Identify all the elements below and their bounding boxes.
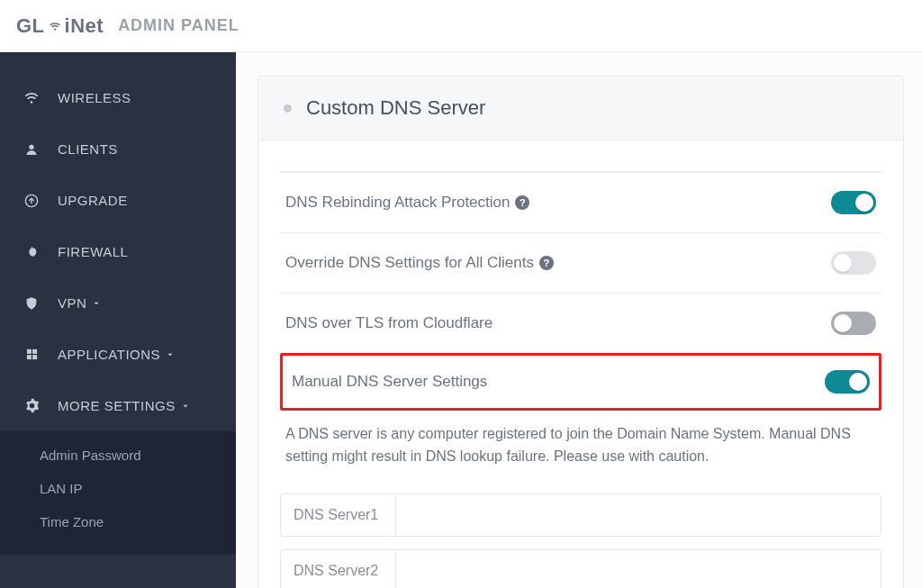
sidebar: WIRELESS CLIENTS UPGRADE FIREWALL VPN [0,52,236,588]
highlighted-setting: Manual DNS Server Settings [280,353,881,411]
chevron-down-icon [92,295,101,311]
setting-label: Override DNS Settings for All Clients [285,254,534,272]
svg-rect-7 [32,355,37,359]
shield-icon [22,296,41,311]
dns-server2-input[interactable] [396,550,881,588]
sidebar-item-label: VPN [58,295,86,311]
upload-icon [22,194,41,208]
sidebar-item-label: WIRELESS [58,90,131,105]
chevron-down-icon [166,347,175,362]
toggle-dns-rebinding[interactable] [831,191,876,214]
toggle-override-dns[interactable] [831,251,876,275]
brand-logo: GL iNet [16,14,104,38]
dns-server1-label: DNS Server1 [281,494,396,536]
svg-rect-6 [26,355,31,359]
panel-header: Custom DNS Server [258,77,903,140]
panel-status-dot [284,104,292,113]
setting-row-manual-dns: Manual DNS Server Settings [283,356,879,408]
help-icon[interactable]: ? [515,195,529,210]
sidebar-item-applications[interactable]: APPLICATIONS [0,329,236,380]
dns-server2-label: DNS Server2 [281,550,396,588]
setting-row-dns-rebinding: DNS Rebinding Attack Protection ? [280,172,881,232]
wifi-icon [22,90,41,106]
brand-prefix: GL [16,14,45,38]
user-icon [22,142,41,157]
help-icon[interactable]: ? [539,256,554,270]
sidebar-subitem-admin-password[interactable]: Admin Password [0,439,236,472]
sidebar-item-label: FIREWALL [58,244,128,259]
brand-suffix: iNet [65,14,104,38]
dns-server2-row: DNS Server2 [280,549,881,588]
sidebar-subitem-time-zone[interactable]: Time Zone [0,505,236,538]
svg-point-2 [29,144,33,149]
setting-label: Manual DNS Server Settings [292,373,487,391]
svg-rect-4 [26,349,31,354]
svg-point-1 [31,101,33,104]
toggle-dns-over-tls[interactable] [831,312,876,335]
grid-icon [22,348,41,361]
setting-label: DNS Rebinding Attack Protection [285,194,510,212]
chevron-down-icon [181,398,190,413]
setting-row-dns-over-tls: DNS over TLS from Cloudflare [280,293,881,353]
content-area: Custom DNS Server DNS Rebinding Attack P… [236,52,922,588]
sidebar-item-vpn[interactable]: VPN [0,277,236,329]
manual-dns-description: A DNS server is any computer registered … [280,411,881,486]
dns-server1-input[interactable] [396,494,881,536]
dns-server1-row: DNS Server1 [280,493,881,537]
gear-icon [22,398,41,413]
sidebar-item-label: CLIENTS [58,141,118,157]
sidebar-item-upgrade[interactable]: UPGRADE [0,175,236,226]
sidebar-item-more-settings[interactable]: MORE SETTINGS [0,380,236,431]
sidebar-item-clients[interactable]: CLIENTS [0,123,236,175]
sidebar-item-firewall[interactable]: FIREWALL [0,226,236,277]
svg-point-0 [53,28,55,30]
sidebar-item-label: MORE SETTINGS [58,398,176,413]
sidebar-submenu-more-settings: Admin Password LAN IP Time Zone [0,431,236,555]
header-title: ADMIN PANEL [118,16,240,35]
toggle-manual-dns[interactable] [825,370,870,394]
fire-icon [22,244,41,260]
custom-dns-panel: Custom DNS Server DNS Rebinding Attack P… [258,76,904,588]
wifi-dot-icon [45,14,65,38]
app-header: GL iNet ADMIN PANEL [0,0,922,52]
sidebar-item-label: UPGRADE [58,193,128,208]
svg-rect-5 [32,349,37,354]
setting-label: DNS over TLS from Cloudflare [285,314,493,332]
sidebar-item-label: APPLICATIONS [58,347,160,362]
sidebar-subitem-lan-ip[interactable]: LAN IP [0,472,236,505]
sidebar-item-wireless[interactable]: WIRELESS [0,72,236,123]
panel-title: Custom DNS Server [306,96,485,120]
setting-row-override-dns: Override DNS Settings for All Clients ? [280,232,881,293]
